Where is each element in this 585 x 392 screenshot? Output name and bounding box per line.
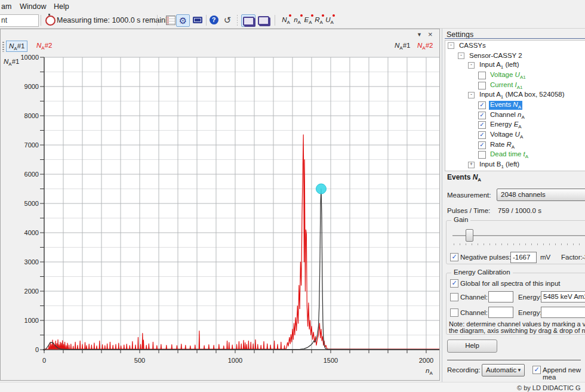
tree-label[interactable]: Energy EA: [489, 121, 523, 129]
measurement-dropdown[interactable]: 2048 channels: [497, 189, 585, 201]
tree-label-text: Input A: [479, 91, 501, 98]
quantity-button-RA[interactable]: RA: [313, 15, 324, 26]
energy-2-input[interactable]: [541, 307, 585, 318]
expand-expander-icon[interactable]: +: [468, 162, 475, 168]
energy-2-label: Energy:: [518, 309, 542, 316]
y-tick-label: 1000: [24, 317, 39, 324]
quantity-button-NA[interactable]: NA: [281, 15, 291, 26]
recording-value: Automatic: [486, 366, 516, 374]
gain-slider-thumb[interactable]: [466, 229, 473, 242]
gear-icon[interactable]: ⚙: [176, 14, 190, 27]
tree-row[interactable]: -Input A1 (left): [445, 60, 585, 70]
negative-pulses-checkbox[interactable]: ✓: [450, 253, 458, 261]
tree-checkbox[interactable]: [478, 151, 486, 159]
tree-label-subscript: A1: [517, 85, 523, 90]
collapse-expander-icon[interactable]: -: [458, 53, 464, 59]
tree-label[interactable]: Dead time tA: [489, 150, 529, 159]
tree-label[interactable]: Channel nA: [489, 111, 526, 120]
quantity-button-nA[interactable]: nA: [292, 15, 303, 26]
tree-checkbox[interactable]: ✓: [478, 112, 486, 119]
tree-label-symbol: N: [513, 101, 518, 108]
tree-row[interactable]: Dead time tA: [445, 150, 585, 160]
y-tick-label: 2000: [24, 288, 39, 295]
x-axis-title[interactable]: nA: [426, 367, 433, 376]
tree-row[interactable]: +Input B1 (left): [445, 160, 585, 170]
measurement-combo[interactable]: nt: [0, 14, 39, 27]
spectrum-plot[interactable]: 0100020003000400050006000700080009000100…: [1, 29, 439, 380]
tree-row[interactable]: ✓Voltage UA: [445, 130, 585, 140]
axis-subscript: A: [429, 371, 432, 376]
gain-slider-ticks: [454, 243, 585, 245]
tree-row[interactable]: ✓Energy EA: [445, 121, 585, 131]
display-icon[interactable]: [192, 14, 204, 26]
cassy-module-icon[interactable]: [257, 14, 270, 26]
factor-label: Factor:: [561, 254, 583, 261]
channel-2-input[interactable]: [488, 307, 513, 318]
new-value-dot: [289, 14, 291, 17]
tree-label[interactable]: Sensor-CASSY 2: [468, 52, 524, 59]
tree-label-text: Events: [490, 101, 513, 108]
tree-checkbox[interactable]: ✓: [478, 131, 486, 139]
append-checkbox[interactable]: ✓: [532, 366, 541, 374]
collapse-expander-icon[interactable]: -: [468, 92, 475, 98]
cassy-module-icon-active[interactable]: [241, 14, 255, 27]
pulses-time-value: 759 / 1000.0 s: [498, 207, 541, 214]
tree-label-subscript: A: [518, 124, 521, 129]
collapse-expander-icon[interactable]: -: [448, 42, 454, 49]
tree-label-text: Input A: [479, 61, 501, 68]
events-header-text: Events: [447, 173, 473, 181]
tree-row[interactable]: ✓Rate RA: [445, 140, 585, 150]
tree-label-symbol: U: [515, 131, 520, 138]
tree-row[interactable]: -Input A1 (MCA box, 524058): [445, 90, 585, 100]
tree-row[interactable]: Voltage UA1: [445, 70, 585, 81]
help-icon[interactable]: ?: [208, 14, 219, 26]
peak-marker[interactable]: [316, 184, 326, 194]
menu-item-diagram[interactable]: am: [1, 2, 11, 11]
tree-label-subscript: A: [525, 154, 528, 159]
tree-checkbox[interactable]: [478, 72, 486, 79]
tree-row[interactable]: -CASSYs: [445, 41, 585, 51]
help-button[interactable]: Help: [447, 339, 497, 353]
quantity-button-UA[interactable]: UA: [324, 15, 335, 26]
channel-2-checkbox[interactable]: [450, 308, 458, 317]
loop-icon[interactable]: ↺: [221, 14, 233, 26]
tree-label[interactable]: Input A1 (left): [478, 61, 520, 70]
energy-1-input[interactable]: 5485 keV Am24: [541, 291, 585, 303]
tree-label[interactable]: Events NA: [489, 101, 522, 110]
gain-label: Gain: [451, 216, 470, 223]
global-spectra-checkbox[interactable]: ✓: [450, 279, 458, 288]
y-tick-label: 10000: [20, 54, 39, 61]
tree-label[interactable]: Input B1 (left): [478, 160, 521, 169]
tree-label[interactable]: Rate RA: [489, 141, 516, 150]
tree-label-text: Sensor-CASSY 2: [469, 52, 522, 59]
menu-item-help[interactable]: Help: [54, 2, 69, 11]
gain-groupbox: Gain ✓ Negative pulses: -1667 mV Factor:…: [446, 220, 585, 264]
collapse-expander-icon[interactable]: -: [468, 62, 475, 69]
recording-label: Recording:: [447, 366, 481, 374]
quantity-subscript: A: [330, 20, 333, 25]
channel-1-input[interactable]: [488, 291, 513, 303]
quantity-button-EA[interactable]: EA: [303, 15, 313, 26]
tree-label[interactable]: Current IA1: [489, 81, 524, 90]
recording-dropdown[interactable]: Automatic▼: [482, 364, 525, 376]
tree-label-subscript: A: [518, 104, 521, 110]
tree-label[interactable]: Voltage UA1: [489, 71, 527, 80]
tree-row[interactable]: ✓Events NA: [445, 100, 585, 110]
tree-label[interactable]: Input A1 (MCA box, 524058): [478, 91, 566, 100]
tree-label[interactable]: Voltage UA: [489, 131, 524, 140]
tree-label-text: Energy: [490, 121, 514, 128]
tree-checkbox[interactable]: ✓: [478, 101, 486, 109]
channel-1-checkbox[interactable]: [450, 293, 458, 301]
tree-checkbox[interactable]: ✓: [478, 121, 486, 129]
tree-checkbox[interactable]: [478, 82, 486, 89]
tree-row[interactable]: ✓Channel nA: [445, 110, 585, 121]
tree-label-symbol: R: [507, 141, 512, 148]
menu-item-window[interactable]: Window: [20, 2, 46, 11]
channel-1-label: Channel:: [460, 294, 488, 301]
negative-pulses-input[interactable]: -1667: [510, 252, 537, 263]
tree-label[interactable]: CASSYs: [458, 42, 487, 49]
tree-row[interactable]: -Sensor-CASSY 2: [445, 51, 585, 61]
tree-checkbox[interactable]: ✓: [478, 141, 486, 149]
tree-row[interactable]: Current IA1: [445, 81, 585, 91]
table-view-icon[interactable]: [165, 14, 176, 26]
